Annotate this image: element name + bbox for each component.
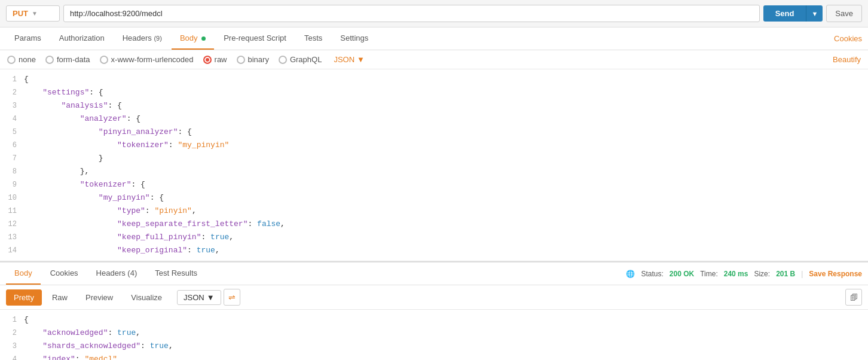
- table-row: 3 "shards_acknowledged": true,: [0, 340, 868, 353]
- radio-form-data: [45, 56, 54, 64]
- json-type-dropdown[interactable]: JSON ▼: [334, 55, 365, 64]
- save-button[interactable]: Save: [826, 5, 862, 22]
- table-row: 12 "keep_separate_first_letter": false,: [0, 218, 868, 231]
- table-row: 14 "keep_original": true,: [0, 244, 868, 257]
- radio-binary: [237, 56, 245, 64]
- resp-tab-cookies[interactable]: Cookies: [42, 263, 87, 285]
- table-row: 8 },: [0, 165, 868, 178]
- response-code-editor: 1{2 "acknowledged": true,3 "shards_ackno…: [0, 310, 868, 360]
- send-button[interactable]: Send: [763, 5, 806, 22]
- copy-icon[interactable]: 🗐: [845, 289, 862, 306]
- tab-params[interactable]: Params: [6, 28, 50, 50]
- table-row: 3 "analysis": {: [0, 99, 868, 112]
- size-value: 201 B: [776, 270, 795, 278]
- resp-view-pretty[interactable]: Pretty: [6, 289, 42, 306]
- resp-json-chevron-icon: ▼: [207, 293, 215, 302]
- table-row: 6 "tokenizer": "my_pinyin": [0, 139, 868, 152]
- response-status: 🌐 Status: 200 OK Time: 240 ms Size: 201 …: [626, 270, 862, 278]
- body-type-bar: none form-data x-www-form-urlencoded raw…: [0, 50, 868, 69]
- table-row: 11 "type": "pinyin",: [0, 205, 868, 218]
- resp-tab-test-results[interactable]: Test Results: [146, 263, 206, 285]
- request-tabs-bar: Params Authorization Headers (9) Body Pr…: [0, 28, 868, 50]
- resp-tab-body[interactable]: Body: [6, 263, 41, 285]
- method-label: PUT: [13, 9, 28, 18]
- table-row: 4 "index": "medcl": [0, 353, 868, 360]
- resp-view-raw[interactable]: Raw: [44, 289, 75, 306]
- request-code-editor[interactable]: 1{2 "settings": {3 "analysis": {4 "analy…: [0, 69, 868, 261]
- resp-tab-headers[interactable]: Headers (4): [88, 263, 146, 285]
- send-btn-group: Send ▼: [763, 5, 823, 22]
- resp-view-preview[interactable]: Preview: [78, 289, 121, 306]
- table-row: 1{: [0, 73, 868, 86]
- body-type-binary[interactable]: binary: [237, 55, 269, 64]
- method-chevron-icon: ▼: [32, 10, 38, 17]
- method-select[interactable]: PUT ▼: [6, 5, 60, 22]
- table-row: 5 "pinyin_analyzer": {: [0, 126, 868, 139]
- body-dot: [201, 36, 206, 41]
- radio-raw: [203, 56, 212, 64]
- status-value: 200 OK: [670, 270, 694, 278]
- radio-none: [7, 56, 16, 64]
- response-tabs-bar: Body Cookies Headers (4) Test Results 🌐 …: [0, 261, 868, 285]
- table-row: 10 "my_pinyin": {: [0, 191, 868, 205]
- json-chevron-icon: ▼: [357, 55, 365, 64]
- tab-headers[interactable]: Headers (9): [114, 28, 170, 50]
- body-type-form-data[interactable]: form-data: [45, 55, 90, 64]
- response-toolbar: Pretty Raw Preview Visualize JSON ▼ ⇌ 🗐: [0, 285, 868, 310]
- tab-body[interactable]: Body: [172, 28, 214, 50]
- body-type-none[interactable]: none: [7, 55, 36, 64]
- tab-authorization[interactable]: Authorization: [51, 28, 113, 50]
- resp-view-visualize[interactable]: Visualize: [123, 289, 170, 306]
- tab-tests[interactable]: Tests: [296, 28, 331, 50]
- table-row: 2 "settings": {: [0, 86, 868, 99]
- table-row: 2 "acknowledged": true,: [0, 327, 868, 340]
- response-json-dropdown[interactable]: JSON ▼: [177, 290, 221, 305]
- save-response-button[interactable]: Save Response: [809, 270, 862, 278]
- globe-icon: 🌐: [626, 270, 635, 278]
- tab-settings[interactable]: Settings: [332, 28, 377, 50]
- body-type-graphql[interactable]: GraphQL: [279, 55, 322, 64]
- tab-pre-request-script[interactable]: Pre-request Script: [215, 28, 295, 50]
- radio-urlencoded: [100, 56, 108, 64]
- url-input[interactable]: [63, 5, 760, 22]
- send-dropdown-button[interactable]: ▼: [806, 5, 823, 22]
- headers-badge: (9): [154, 35, 161, 42]
- table-row: 13 "keep_full_pinyin": true,: [0, 231, 868, 244]
- table-row: 4 "analyzer": {: [0, 112, 868, 126]
- radio-graphql: [279, 56, 287, 64]
- time-value: 240 ms: [724, 270, 748, 278]
- table-row: 1{: [0, 313, 868, 327]
- table-row: 7 }: [0, 152, 868, 165]
- wrap-icon[interactable]: ⇌: [224, 289, 240, 306]
- top-bar: PUT ▼ Send ▼ Save: [0, 0, 868, 28]
- body-type-urlencoded[interactable]: x-www-form-urlencoded: [100, 55, 194, 64]
- body-type-raw[interactable]: raw: [203, 55, 227, 64]
- table-row: 9 "tokenizer": {: [0, 178, 868, 191]
- beautify-link[interactable]: Beautify: [833, 55, 861, 64]
- cookies-link[interactable]: Cookies: [834, 34, 862, 43]
